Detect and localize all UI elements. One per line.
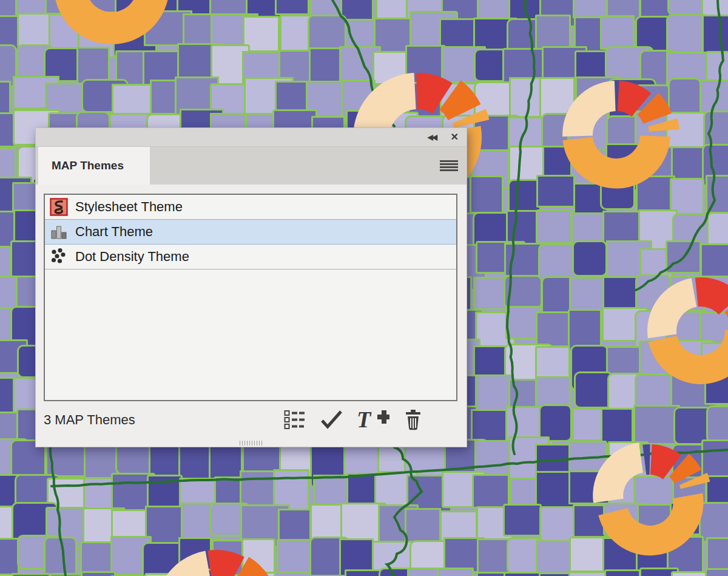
- tab-map-themes[interactable]: MAP Themes: [38, 147, 150, 185]
- list-view-button[interactable]: [284, 410, 306, 431]
- theme-label: Dot Density Theme: [75, 249, 189, 265]
- theme-label: Stylesheet Theme: [75, 199, 183, 215]
- chart-theme-icon: [50, 223, 68, 241]
- list-legend-icon: [284, 410, 306, 429]
- themes-list: Stylesheet Theme Chart Theme: [44, 194, 457, 401]
- map-canvas[interactable]: ◀◀ ✕ MAP Themes Stylesheet Theme: [0, 0, 728, 576]
- delete-theme-button[interactable]: [403, 408, 423, 432]
- panel-header: MAP Themes: [36, 147, 467, 185]
- checkmark-icon: [319, 408, 343, 430]
- theme-row-stylesheet[interactable]: Stylesheet Theme: [45, 195, 456, 220]
- collapse-panel-icon[interactable]: ◀◀: [428, 134, 436, 141]
- add-theme-button[interactable]: T: [357, 408, 389, 433]
- menu-icon[interactable]: [440, 160, 458, 172]
- footer-toolbar: T: [284, 408, 457, 433]
- trash-icon: [403, 408, 423, 430]
- add-theme-icon: T: [357, 408, 389, 431]
- panel-titlebar: ◀◀ ✕: [36, 128, 467, 147]
- close-icon[interactable]: ✕: [451, 132, 459, 142]
- panel-footer: 3 MAP Themes: [44, 405, 457, 435]
- apply-theme-button[interactable]: [319, 408, 343, 432]
- map-themes-panel: ◀◀ ✕ MAP Themes Stylesheet Theme: [35, 127, 467, 447]
- themes-count-label: 3 MAP Themes: [44, 412, 135, 428]
- theme-row-chart[interactable]: Chart Theme: [45, 220, 456, 245]
- theme-label: Chart Theme: [75, 224, 153, 240]
- dot-density-theme-icon: [50, 248, 68, 266]
- resize-grip[interactable]: [240, 441, 264, 446]
- svg-text:T: T: [357, 408, 372, 431]
- stylesheet-theme-icon: [50, 198, 68, 216]
- theme-row-dot-density[interactable]: Dot Density Theme: [45, 245, 456, 269]
